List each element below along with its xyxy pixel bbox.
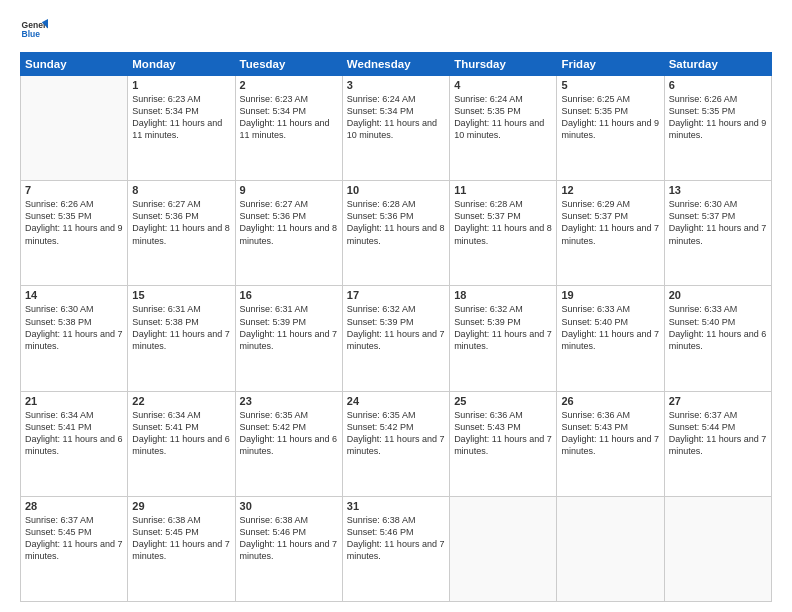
daylight-text: Daylight: 11 hours and 7 minutes. xyxy=(561,328,659,352)
daylight-text: Daylight: 11 hours and 7 minutes. xyxy=(132,538,230,562)
calendar-cell: 3Sunrise: 6:24 AMSunset: 5:34 PMDaylight… xyxy=(342,76,449,181)
daylight-text: Daylight: 11 hours and 9 minutes. xyxy=(25,222,123,246)
calendar-cell: 17Sunrise: 6:32 AMSunset: 5:39 PMDayligh… xyxy=(342,286,449,391)
sunset-text: Sunset: 5:43 PM xyxy=(454,421,552,433)
calendar-cell: 12Sunrise: 6:29 AMSunset: 5:37 PMDayligh… xyxy=(557,181,664,286)
daylight-text: Daylight: 11 hours and 7 minutes. xyxy=(25,328,123,352)
daylight-text: Daylight: 11 hours and 10 minutes. xyxy=(347,117,445,141)
day-number: 3 xyxy=(347,79,445,91)
calendar-page: General Blue SundayMondayTuesdayWednesda… xyxy=(0,0,792,612)
daylight-text: Daylight: 11 hours and 7 minutes. xyxy=(347,433,445,457)
day-number: 19 xyxy=(561,289,659,301)
sunset-text: Sunset: 5:37 PM xyxy=(454,210,552,222)
day-number: 16 xyxy=(240,289,338,301)
day-number: 12 xyxy=(561,184,659,196)
sunrise-text: Sunrise: 6:23 AM xyxy=(132,93,230,105)
sunset-text: Sunset: 5:45 PM xyxy=(132,526,230,538)
day-number: 23 xyxy=(240,395,338,407)
calendar-cell: 19Sunrise: 6:33 AMSunset: 5:40 PMDayligh… xyxy=(557,286,664,391)
sunrise-text: Sunrise: 6:37 AM xyxy=(25,514,123,526)
sunset-text: Sunset: 5:35 PM xyxy=(25,210,123,222)
daylight-text: Daylight: 11 hours and 7 minutes. xyxy=(454,433,552,457)
sunset-text: Sunset: 5:36 PM xyxy=(240,210,338,222)
calendar-cell: 25Sunrise: 6:36 AMSunset: 5:43 PMDayligh… xyxy=(450,391,557,496)
calendar-cell xyxy=(21,76,128,181)
calendar-cell: 29Sunrise: 6:38 AMSunset: 5:45 PMDayligh… xyxy=(128,496,235,601)
calendar-cell: 26Sunrise: 6:36 AMSunset: 5:43 PMDayligh… xyxy=(557,391,664,496)
calendar-cell: 4Sunrise: 6:24 AMSunset: 5:35 PMDaylight… xyxy=(450,76,557,181)
col-header-friday: Friday xyxy=(557,53,664,76)
day-number: 1 xyxy=(132,79,230,91)
day-number: 22 xyxy=(132,395,230,407)
sunrise-text: Sunrise: 6:33 AM xyxy=(669,303,767,315)
calendar-cell: 1Sunrise: 6:23 AMSunset: 5:34 PMDaylight… xyxy=(128,76,235,181)
sunrise-text: Sunrise: 6:27 AM xyxy=(240,198,338,210)
calendar-cell: 7Sunrise: 6:26 AMSunset: 5:35 PMDaylight… xyxy=(21,181,128,286)
day-number: 5 xyxy=(561,79,659,91)
sunrise-text: Sunrise: 6:36 AM xyxy=(454,409,552,421)
sunrise-text: Sunrise: 6:32 AM xyxy=(347,303,445,315)
logo-icon: General Blue xyxy=(20,16,48,44)
sunset-text: Sunset: 5:37 PM xyxy=(669,210,767,222)
day-number: 21 xyxy=(25,395,123,407)
sunset-text: Sunset: 5:43 PM xyxy=(561,421,659,433)
day-number: 9 xyxy=(240,184,338,196)
col-header-monday: Monday xyxy=(128,53,235,76)
day-number: 15 xyxy=(132,289,230,301)
calendar-cell: 18Sunrise: 6:32 AMSunset: 5:39 PMDayligh… xyxy=(450,286,557,391)
daylight-text: Daylight: 11 hours and 7 minutes. xyxy=(240,328,338,352)
day-number: 25 xyxy=(454,395,552,407)
daylight-text: Daylight: 11 hours and 7 minutes. xyxy=(561,433,659,457)
daylight-text: Daylight: 11 hours and 7 minutes. xyxy=(132,328,230,352)
day-number: 24 xyxy=(347,395,445,407)
sunset-text: Sunset: 5:44 PM xyxy=(669,421,767,433)
sunrise-text: Sunrise: 6:36 AM xyxy=(561,409,659,421)
day-number: 14 xyxy=(25,289,123,301)
day-number: 26 xyxy=(561,395,659,407)
calendar-cell: 14Sunrise: 6:30 AMSunset: 5:38 PMDayligh… xyxy=(21,286,128,391)
sunset-text: Sunset: 5:42 PM xyxy=(240,421,338,433)
calendar-cell: 27Sunrise: 6:37 AMSunset: 5:44 PMDayligh… xyxy=(664,391,771,496)
day-number: 18 xyxy=(454,289,552,301)
sunrise-text: Sunrise: 6:38 AM xyxy=(347,514,445,526)
sunrise-text: Sunrise: 6:33 AM xyxy=(561,303,659,315)
sunset-text: Sunset: 5:46 PM xyxy=(347,526,445,538)
sunrise-text: Sunrise: 6:31 AM xyxy=(132,303,230,315)
calendar-cell: 30Sunrise: 6:38 AMSunset: 5:46 PMDayligh… xyxy=(235,496,342,601)
week-row-2: 7Sunrise: 6:26 AMSunset: 5:35 PMDaylight… xyxy=(21,181,772,286)
day-number: 4 xyxy=(454,79,552,91)
calendar-cell: 2Sunrise: 6:23 AMSunset: 5:34 PMDaylight… xyxy=(235,76,342,181)
daylight-text: Daylight: 11 hours and 8 minutes. xyxy=(347,222,445,246)
day-number: 31 xyxy=(347,500,445,512)
daylight-text: Daylight: 11 hours and 6 minutes. xyxy=(25,433,123,457)
daylight-text: Daylight: 11 hours and 11 minutes. xyxy=(132,117,230,141)
sunrise-text: Sunrise: 6:30 AM xyxy=(669,198,767,210)
sunset-text: Sunset: 5:35 PM xyxy=(669,105,767,117)
sunset-text: Sunset: 5:34 PM xyxy=(132,105,230,117)
daylight-text: Daylight: 11 hours and 7 minutes. xyxy=(347,328,445,352)
calendar-cell: 28Sunrise: 6:37 AMSunset: 5:45 PMDayligh… xyxy=(21,496,128,601)
daylight-text: Daylight: 11 hours and 6 minutes. xyxy=(132,433,230,457)
week-row-5: 28Sunrise: 6:37 AMSunset: 5:45 PMDayligh… xyxy=(21,496,772,601)
day-number: 20 xyxy=(669,289,767,301)
day-number: 30 xyxy=(240,500,338,512)
sunset-text: Sunset: 5:39 PM xyxy=(347,316,445,328)
calendar-cell: 22Sunrise: 6:34 AMSunset: 5:41 PMDayligh… xyxy=(128,391,235,496)
sunset-text: Sunset: 5:34 PM xyxy=(240,105,338,117)
sunset-text: Sunset: 5:41 PM xyxy=(25,421,123,433)
svg-text:Blue: Blue xyxy=(22,29,41,39)
calendar-cell xyxy=(664,496,771,601)
daylight-text: Daylight: 11 hours and 7 minutes. xyxy=(669,433,767,457)
sunrise-text: Sunrise: 6:26 AM xyxy=(25,198,123,210)
daylight-text: Daylight: 11 hours and 8 minutes. xyxy=(454,222,552,246)
day-number: 10 xyxy=(347,184,445,196)
day-number: 17 xyxy=(347,289,445,301)
daylight-text: Daylight: 11 hours and 6 minutes. xyxy=(669,328,767,352)
sunrise-text: Sunrise: 6:27 AM xyxy=(132,198,230,210)
day-number: 29 xyxy=(132,500,230,512)
sunrise-text: Sunrise: 6:35 AM xyxy=(347,409,445,421)
calendar-cell: 5Sunrise: 6:25 AMSunset: 5:35 PMDaylight… xyxy=(557,76,664,181)
calendar-cell: 10Sunrise: 6:28 AMSunset: 5:36 PMDayligh… xyxy=(342,181,449,286)
week-row-3: 14Sunrise: 6:30 AMSunset: 5:38 PMDayligh… xyxy=(21,286,772,391)
col-header-thursday: Thursday xyxy=(450,53,557,76)
